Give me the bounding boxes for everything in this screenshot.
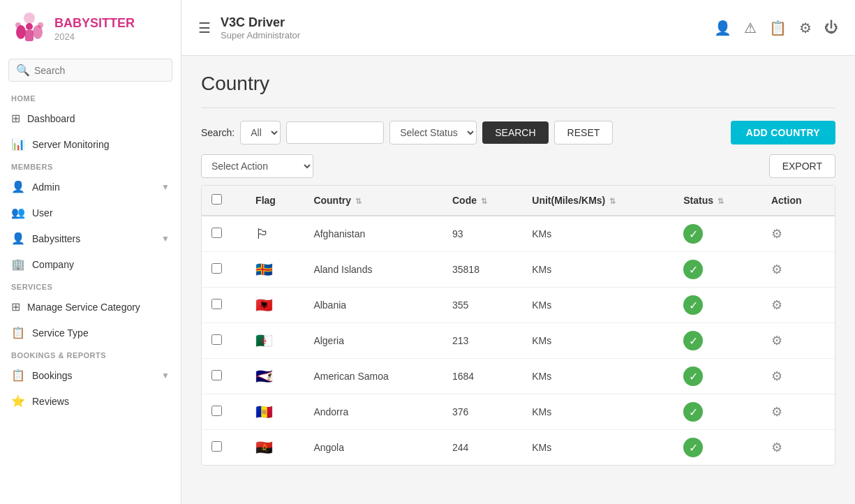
export-button[interactable]: EXPORT	[769, 154, 835, 178]
gear-action-button[interactable]: ⚙	[771, 440, 782, 455]
main-area: ☰ V3C Driver Super Administrator 👤 ⚠ 📋 ⚙…	[181, 0, 855, 504]
flag-emoji: 🇦🇩	[255, 404, 273, 420]
row-checkbox-3[interactable]	[211, 334, 222, 345]
select-all-checkbox[interactable]	[211, 194, 222, 205]
row-checkbox-1[interactable]	[211, 263, 222, 274]
sidebar-item-service-type[interactable]: 📋 Service Type	[0, 320, 181, 346]
table-header-row: Flag Country ⇅ Code ⇅ Unit(Miles/KMs) ⇅ …	[202, 186, 835, 216]
row-code-cell: 35818	[443, 252, 522, 288]
status-active-icon[interactable]: ✓	[683, 402, 703, 422]
flag-emoji: 🇦🇸	[255, 369, 273, 384]
status-active-icon[interactable]: ✓	[683, 438, 703, 457]
row-checkbox-6[interactable]	[211, 441, 222, 452]
row-checkbox-2[interactable]	[211, 299, 222, 309]
status-active-icon[interactable]: ✓	[683, 224, 703, 244]
sidebar-search-box[interactable]: 🔍	[8, 59, 172, 82]
th-country[interactable]: Country ⇅	[304, 186, 443, 216]
gear-action-button[interactable]: ⚙	[771, 226, 782, 242]
row-checkbox-5[interactable]	[211, 406, 222, 416]
flag-emoji: 🇦🇽	[255, 262, 273, 277]
gear-action-button[interactable]: ⚙	[771, 297, 782, 313]
search-button[interactable]: SEARCH	[482, 121, 548, 144]
status-active-icon[interactable]: ✓	[683, 331, 703, 350]
reset-button[interactable]: RESET	[554, 121, 614, 144]
action-select[interactable]: Select Action Delete Selected	[201, 154, 313, 178]
row-flag-cell: 🇩🇿	[246, 323, 304, 359]
sidebar-item-label: Babysitters	[32, 233, 80, 244]
row-country-cell: Angola	[304, 430, 443, 466]
row-country-cell: Afghanistan	[304, 216, 443, 252]
user-icon: 👥	[11, 206, 25, 219]
row-unit-cell: KMs	[522, 359, 674, 394]
gear-action-button[interactable]: ⚙	[771, 404, 782, 420]
row-country-cell: Aland Islands	[304, 252, 443, 288]
row-code-cell: 376	[443, 394, 522, 430]
gear-action-button[interactable]: ⚙	[771, 262, 782, 277]
app-subtitle: Super Administrator	[221, 30, 300, 40]
table-row: 🇦🇽 Aland Islands 35818 KMs ✓ ⚙	[202, 252, 835, 288]
flag-emoji: 🇦🇴	[255, 440, 273, 455]
service-category-icon: ⊞	[11, 300, 20, 313]
sidebar-item-label: User	[32, 207, 53, 218]
notes-icon[interactable]: 📋	[769, 20, 787, 36]
user-profile-icon[interactable]: 👤	[714, 20, 731, 36]
filter-row: Search: All Select Status Active Inactiv…	[201, 121, 835, 144]
topbar-left: ☰ V3C Driver Super Administrator	[198, 15, 300, 40]
sidebar-item-user[interactable]: 👥 User	[0, 200, 181, 225]
chevron-down-icon: ▼	[161, 234, 170, 244]
row-flag-cell: 🇦🇱	[246, 288, 304, 323]
row-unit-cell: KMs	[522, 430, 674, 466]
hamburger-menu-icon[interactable]: ☰	[198, 20, 211, 36]
row-checkbox-0[interactable]	[211, 228, 222, 238]
row-status-cell: ✓	[674, 323, 761, 359]
status-active-icon[interactable]: ✓	[683, 295, 703, 315]
sidebar-item-manage-service-category[interactable]: ⊞ Manage Service Category	[0, 294, 181, 320]
status-active-icon[interactable]: ✓	[683, 366, 703, 386]
chevron-down-icon: ▼	[161, 182, 170, 192]
sidebar-item-admin[interactable]: 👤 Admin ▼	[0, 174, 181, 200]
action-row: Select Action Delete Selected EXPORT	[201, 154, 835, 178]
row-action-cell: ⚙	[761, 216, 835, 252]
table-row: 🏳 Afghanistan 93 KMs ✓ ⚙	[202, 216, 835, 252]
add-country-button[interactable]: ADD COUNTRY	[731, 121, 835, 144]
th-status[interactable]: Status ⇅	[674, 186, 761, 216]
row-unit-cell: KMs	[522, 323, 674, 359]
sidebar-item-babysitters[interactable]: 👤 Babysitters ▼	[0, 225, 181, 251]
sidebar-item-dashboard[interactable]: ⊞ Dashboard	[0, 105, 181, 131]
sidebar: BABYSITTER 2024 🔍 HOME ⊞ Dashboard 📊 Ser…	[0, 0, 181, 504]
row-unit-cell: KMs	[522, 288, 674, 323]
status-select[interactable]: Select Status Active Inactive	[389, 121, 477, 144]
gear-action-button[interactable]: ⚙	[771, 369, 782, 384]
row-checkbox-cell	[202, 359, 246, 394]
row-code-cell: 244	[443, 430, 522, 466]
section-bookings-reports: BOOKINGS & REPORTS	[0, 346, 181, 362]
svg-point-5	[15, 22, 21, 28]
search-input[interactable]	[34, 65, 165, 76]
alert-icon[interactable]: ⚠	[744, 20, 757, 36]
search-category-select[interactable]: All	[240, 121, 281, 144]
th-unit[interactable]: Unit(Miles/KMs) ⇅	[522, 186, 674, 216]
row-status-cell: ✓	[674, 394, 761, 430]
row-action-cell: ⚙	[761, 252, 835, 288]
gear-action-button[interactable]: ⚙	[771, 333, 782, 348]
row-country-cell: Albania	[304, 288, 443, 323]
sort-country-icon: ⇅	[355, 197, 362, 205]
search-text-input[interactable]	[286, 121, 384, 144]
topbar: ☰ V3C Driver Super Administrator 👤 ⚠ 📋 ⚙…	[181, 0, 855, 56]
row-status-cell: ✓	[674, 430, 761, 466]
sidebar-item-company[interactable]: 🏢 Company	[0, 251, 181, 277]
power-icon[interactable]: ⏻	[824, 20, 838, 36]
settings-icon[interactable]: ⚙	[799, 20, 812, 36]
row-code-cell: 93	[443, 216, 522, 252]
th-code[interactable]: Code ⇅	[443, 186, 522, 216]
sidebar-item-server-monitoring[interactable]: 📊 Server Monitoring	[0, 131, 181, 157]
sidebar-item-reviews[interactable]: ⭐ Reviews	[0, 388, 181, 414]
status-active-icon[interactable]: ✓	[683, 260, 703, 279]
brand-name: BABYSITTER	[54, 16, 135, 31]
row-checkbox-4[interactable]	[211, 370, 222, 380]
svg-point-6	[38, 22, 43, 28]
row-status-cell: ✓	[674, 216, 761, 252]
sidebar-item-bookings[interactable]: 📋 Bookings ▼	[0, 362, 181, 388]
company-icon: 🏢	[11, 258, 25, 271]
sidebar-item-label: Bookings	[32, 370, 73, 381]
